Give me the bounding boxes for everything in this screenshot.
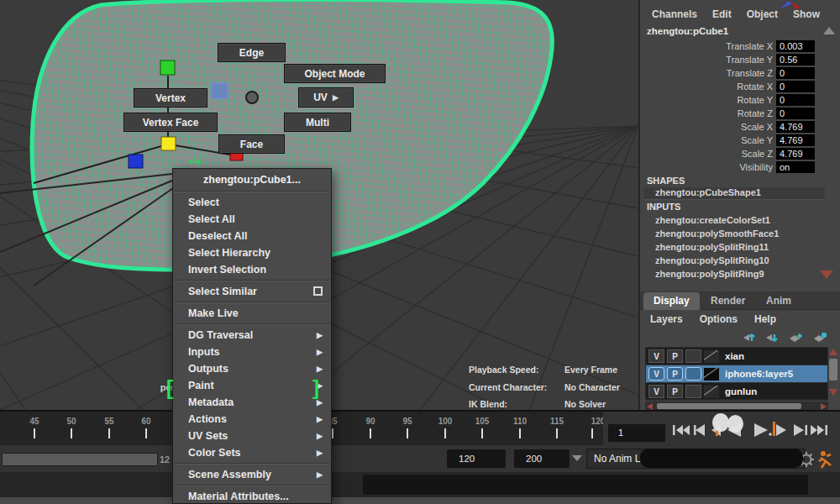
layer-color-swatch[interactable] xyxy=(704,350,719,363)
layer-visibility-toggle[interactable]: V xyxy=(648,349,664,363)
menu-help[interactable]: Help xyxy=(754,313,776,325)
marking-menu-vertex[interactable]: Vertex xyxy=(134,88,207,108)
layer-visibility-toggle[interactable]: V xyxy=(648,367,664,381)
menu-item-scene-assembly[interactable]: Scene Assembly▶ xyxy=(173,466,331,483)
command-line-input[interactable] xyxy=(363,475,808,495)
channel-value-field[interactable]: 0.003 xyxy=(776,40,815,52)
vscroll-down-arrow[interactable] xyxy=(829,389,837,396)
menu-item-select-similar[interactable]: Select Similar xyxy=(173,283,331,300)
channel-value-field[interactable]: 0 xyxy=(776,94,815,106)
layer-display-type-box[interactable] xyxy=(685,385,701,398)
layer-row-iphone6-layer5[interactable]: V P iphone6:layer5 xyxy=(646,365,827,383)
step-forward-frame-button[interactable] xyxy=(794,424,804,436)
menu-item-color-sets[interactable]: Color Sets▶ xyxy=(173,444,331,461)
channel-value-field[interactable]: 0 xyxy=(776,67,815,79)
new-empty-layer-icon[interactable] xyxy=(788,330,804,344)
anim-end-field[interactable]: 120 xyxy=(447,449,506,468)
marking-menu-vertex-face[interactable]: Vertex Face xyxy=(123,113,218,132)
input-item[interactable]: zhengtou:createColorSet1 xyxy=(655,215,770,225)
range-slider-bar[interactable] xyxy=(2,453,158,466)
layer-color-swatch[interactable] xyxy=(704,386,719,398)
marking-menu-edge[interactable]: Edge xyxy=(218,43,286,62)
move-layer-up-icon[interactable] xyxy=(743,330,757,344)
input-item[interactable]: zhengtou:polySplitRing9 xyxy=(655,269,764,279)
layer-row-xian[interactable]: V P xian xyxy=(646,348,827,365)
menu-item-inputs[interactable]: Inputs▶ xyxy=(173,344,331,360)
play-forwards-button[interactable] xyxy=(754,423,768,437)
menu-item-paint[interactable]: Paint▶ xyxy=(173,377,331,394)
channel-label[interactable]: Scale Y xyxy=(741,135,773,145)
vscroll-up-arrow[interactable] xyxy=(829,349,837,355)
input-item[interactable]: zhengtou:polySplitRing11 xyxy=(655,242,769,252)
vscroll-thumb[interactable] xyxy=(829,359,837,381)
playback-end-field[interactable]: 200 xyxy=(514,449,570,468)
menu-item-uv-sets[interactable]: UV Sets▶ xyxy=(173,428,331,444)
channel-value-field[interactable]: 0 xyxy=(776,108,815,119)
menu-options[interactable]: Options xyxy=(700,313,738,325)
channel-value-field[interactable]: 0 xyxy=(776,81,815,92)
channel-label[interactable]: Scale X xyxy=(741,122,773,132)
menu-object[interactable]: Object xyxy=(747,8,778,20)
menu-item-select-all[interactable]: Select All xyxy=(173,211,331,228)
marking-menu-multi[interactable]: Multi xyxy=(284,113,351,132)
menu-item-outputs[interactable]: Outputs▶ xyxy=(173,360,331,377)
marking-menu-uv[interactable]: UV▶ xyxy=(298,87,354,108)
layer-display-type-box[interactable] xyxy=(685,349,701,363)
menu-item-dg-traversal[interactable]: DG Traversal▶ xyxy=(173,327,331,344)
manipulator-center-handle[interactable] xyxy=(161,137,176,150)
menu-edit[interactable]: Edit xyxy=(712,8,732,20)
channel-label[interactable]: Rotate Z xyxy=(738,108,773,118)
channel-value-field[interactable]: on xyxy=(776,161,815,173)
new-layer-selected-icon[interactable] xyxy=(812,330,828,344)
input-item[interactable]: zhengtou:polySmoothFace1 xyxy=(655,228,779,239)
channel-label[interactable]: Translate X xyxy=(726,41,773,51)
layer-color-swatch[interactable] xyxy=(704,368,719,381)
channel-label[interactable]: Rotate X xyxy=(737,81,773,92)
manipulator-y-handle[interactable] xyxy=(160,60,175,75)
marking-menu-object-mode[interactable]: Object Mode xyxy=(284,64,386,83)
menu-item-actions[interactable]: Actions▶ xyxy=(173,411,331,428)
menu-item-select-hierarchy[interactable]: Select Hierarchy xyxy=(173,244,331,261)
channel-label[interactable]: Translate Y xyxy=(726,55,773,65)
input-item[interactable]: zhengtou:polySplitRing10 xyxy=(655,255,769,265)
channel-label[interactable]: Visibility xyxy=(739,162,773,172)
layer-playback-toggle[interactable]: P xyxy=(667,367,683,381)
layer-vscrollbar[interactable] xyxy=(828,347,838,400)
channel-value-field[interactable]: 4.769 xyxy=(776,148,815,160)
tab-render[interactable]: Render xyxy=(701,292,755,310)
scroll-up-arrow[interactable] xyxy=(823,27,835,34)
menu-show[interactable]: Show xyxy=(793,8,820,20)
step-forward-key-button[interactable] xyxy=(776,424,786,436)
marking-menu-face[interactable]: Face xyxy=(218,134,285,154)
go-to-start-button[interactable] xyxy=(673,425,675,435)
channel-value-field[interactable]: 4.769 xyxy=(776,134,815,146)
tab-display[interactable]: Display xyxy=(643,292,700,310)
channel-label[interactable]: Translate Z xyxy=(727,68,773,78)
tab-anim[interactable]: Anim xyxy=(756,292,801,310)
shape-item[interactable]: zhengtou:pCubeShape1 xyxy=(655,187,761,197)
manipulator-z-handle[interactable] xyxy=(129,155,143,168)
menu-channels[interactable]: Channels xyxy=(652,8,697,20)
layer-playback-toggle[interactable]: P xyxy=(667,385,683,398)
menu-item-metadata[interactable]: Metadata▶ xyxy=(173,394,331,411)
chevron-down-icon[interactable] xyxy=(572,455,582,461)
hscroll-right-arrow[interactable] xyxy=(821,403,827,410)
manipulator-plane-handle[interactable] xyxy=(212,83,228,98)
menu-item-invert-selection[interactable]: Invert Selection xyxy=(173,261,331,278)
menu-item-select[interactable]: Select xyxy=(173,194,331,211)
channel-value-field[interactable]: 4.769 xyxy=(776,121,815,133)
current-frame-field[interactable]: 1 xyxy=(608,424,665,442)
go-to-end-button[interactable] xyxy=(811,425,817,435)
move-layer-down-icon[interactable] xyxy=(765,330,780,344)
menu-item-deselect-all[interactable]: Deselect All xyxy=(173,228,331,244)
layer-visibility-toggle[interactable]: V xyxy=(648,385,664,398)
channel-label[interactable]: Rotate Y xyxy=(737,95,773,105)
hscroll-thumb[interactable] xyxy=(657,403,801,409)
scroll-down-arrow[interactable] xyxy=(820,270,833,279)
layer-playback-toggle[interactable]: P xyxy=(667,349,683,363)
channel-value-field[interactable]: 0.56 xyxy=(776,54,815,66)
menu-item-material-attributes[interactable]: Material Attributes... xyxy=(173,488,331,504)
channel-label[interactable]: Scale Z xyxy=(742,149,773,159)
option-box-icon[interactable] xyxy=(313,286,323,296)
step-back-frame-button[interactable] xyxy=(696,424,705,436)
